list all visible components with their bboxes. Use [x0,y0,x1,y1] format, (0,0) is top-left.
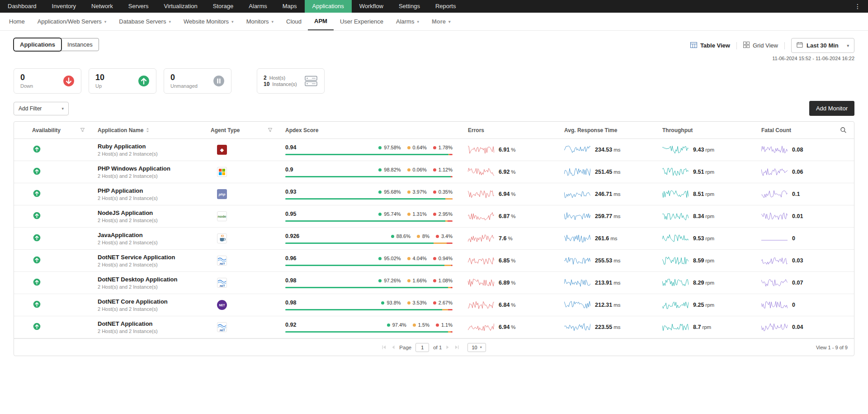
column-header-errors[interactable]: Errors [468,127,564,133]
table-row-javaapplication[interactable]: JavaApplication2 Host(s) and 2 Instance(… [14,228,854,250]
sub-nav-item-cloud[interactable]: Cloud [280,13,308,30]
application-name-link[interactable]: NodeJS Application [98,209,206,216]
sparkline [662,189,689,199]
table-row-dotnet-desktop-application[interactable]: DotNET Desktop Application2 Host(s) and … [14,272,854,294]
add-filter-select[interactable]: Add Filter ▾ [14,102,69,115]
column-header-throughput[interactable]: Throughput [662,127,761,133]
sub-nav: HomeApplication/Web Servers▾Database Ser… [0,13,868,31]
pagination-prev-button[interactable] [392,345,395,349]
application-name-link[interactable]: DotNET Service Application [98,254,206,261]
date-range-text: 11-06-2024 15:52 - 11-06-2024 16:22 [772,56,854,61]
kebab-menu-icon[interactable]: ⋮ [847,0,868,13]
page-size-select[interactable]: 10 ▾ [467,343,486,352]
unmanaged-count-card[interactable]: 0 Unmanaged [164,68,231,94]
filter-icon[interactable] [268,128,273,133]
pagination-last-button[interactable] [453,345,459,349]
application-name-link[interactable]: DotNET Desktop Application [98,276,206,283]
filter-icon[interactable] [80,128,85,133]
application-name-link[interactable]: JavaApplication [98,232,206,238]
apdex-satisfied: 97.26% [378,278,401,283]
apdex-bar-segment [285,198,445,200]
avg-response-time-cell: 251.45ms [564,167,662,177]
column-header-agent-type[interactable]: Agent Type [211,127,285,133]
add-monitor-button[interactable]: Add Monitor [809,101,854,116]
column-header-application-name[interactable]: Application Name [98,127,211,133]
sparkline [468,233,494,243]
application-name-link[interactable]: PHP Windows Application [98,165,206,172]
throughput-value: 8.34rpm [693,213,714,219]
pagination-first-button[interactable] [382,345,387,349]
top-nav-item-maps[interactable]: Maps [275,0,305,13]
pagination-page-input[interactable] [415,343,429,352]
sub-nav-item-more[interactable]: More▾ [425,13,457,30]
table-view-button[interactable]: Table View [690,42,730,49]
toggle-applications[interactable]: Applications [14,38,61,51]
apdex-bar-segment [448,220,453,222]
sub-nav-item-application-web-servers[interactable]: Application/Web Servers▾ [31,13,113,30]
apdex-satisfied: 88.6% [391,233,410,239]
column-header-availability[interactable]: Availability [14,127,98,133]
time-range-select[interactable]: Last 30 Min ▾ [791,38,854,53]
sparkline [564,211,590,221]
apdex-legend: 98.82%0.06%1.12% [378,167,453,172]
apdex-satisfied: 95.02% [378,256,401,261]
column-header-apdex-score[interactable]: Apdex Score [285,127,468,133]
top-nav-item-servers[interactable]: Servers [121,0,156,13]
sort-icon[interactable] [146,128,149,133]
table-row-dotnet-service-application[interactable]: DotNET Service Application2 Host(s) and … [14,250,854,272]
apdex-satisfied: 98.82% [378,167,401,172]
apdex-bar-segment [442,309,448,310]
sub-nav-item-home[interactable]: Home [3,13,31,30]
top-nav-item-reports[interactable]: Reports [428,0,464,13]
table-row-nodejs-application[interactable]: NodeJS Application2 Host(s) and 2 Instan… [14,205,854,228]
tolerating-percentage: 3.53% [413,300,427,305]
top-nav-items: DashboardInventoryNetworkServersVirtuali… [0,0,463,13]
sub-nav-item-monitors[interactable]: Monitors▾ [240,13,280,30]
apdex-score-value: 0.92 [285,322,296,328]
grid-view-button[interactable]: Grid View [743,42,778,49]
pagination-next-button[interactable] [446,345,449,349]
application-subtext: 2 Host(s) and 2 Instance(s) [98,173,206,179]
table-row-ruby-application[interactable]: Ruby Application2 Host(s) and 2 Instance… [14,139,854,161]
top-nav-item-alarms[interactable]: Alarms [241,0,274,13]
pause-icon [213,75,225,87]
top-nav-item-virtualization[interactable]: Virtualization [156,0,205,13]
table-search-icon[interactable] [832,127,854,133]
column-header-avg-response-time[interactable]: Avg. Response Time [564,127,662,133]
application-name-link[interactable]: DotNET Core Application [98,298,206,305]
sub-nav-item-user-experience[interactable]: User Experience [334,13,390,30]
table-row-php-application[interactable]: PHP Application2 Host(s) and 2 Instance(… [14,183,854,205]
top-nav-item-dashboard[interactable]: Dashboard [0,0,44,13]
application-name-link[interactable]: Ruby Application [98,143,206,150]
sub-nav-item-apm[interactable]: APM [308,13,334,30]
table-row-dotnet-application[interactable]: DotNET Application2 Host(s) and 2 Instan… [14,316,854,338]
top-nav-item-settings[interactable]: Settings [391,0,428,13]
top-nav-item-inventory[interactable]: Inventory [44,0,84,13]
toggle-instances[interactable]: Instances [61,38,99,51]
frustrated-dot-icon [436,324,439,327]
sub-nav-item-alarms[interactable]: Alarms▾ [390,13,425,30]
availability-cell [14,190,98,199]
sub-nav-item-label: Application/Web Servers [38,18,102,25]
table-row-dotnet-core-application[interactable]: DotNET Core Application2 Host(s) and 2 I… [14,294,854,316]
down-count-card[interactable]: 0 Down [14,68,81,94]
hosts-instances-card[interactable]: 2 Host(s) 10 Instance(s) [257,68,325,94]
table-row-php-windows-application[interactable]: PHP Windows Application2 Host(s) and 2 I… [14,161,854,183]
frustrated-percentage: 2.67% [439,300,453,305]
apdex-frustrated: 0.94% [433,256,453,261]
sub-nav-item-database-servers[interactable]: Database Servers▾ [113,13,177,30]
sparkline [761,189,788,199]
up-count-card[interactable]: 10 Up [89,68,156,94]
sub-nav-item-website-monitors[interactable]: Website Monitors▾ [177,13,240,30]
sparkline [468,278,494,288]
errors-cell: 6.91% [468,145,564,155]
caret-down-icon: ▾ [272,19,274,24]
apdex-bar-segment [452,198,453,200]
top-nav-item-applications[interactable]: Applications [305,0,352,13]
top-nav-item-network[interactable]: Network [84,0,121,13]
application-name-link[interactable]: DotNET Application [98,320,206,327]
application-name-link[interactable]: PHP Application [98,187,206,194]
top-nav-item-workflow[interactable]: Workflow [352,0,391,13]
column-header-fatal-count[interactable]: Fatal Count [761,127,832,133]
top-nav-item-storage[interactable]: Storage [205,0,241,13]
